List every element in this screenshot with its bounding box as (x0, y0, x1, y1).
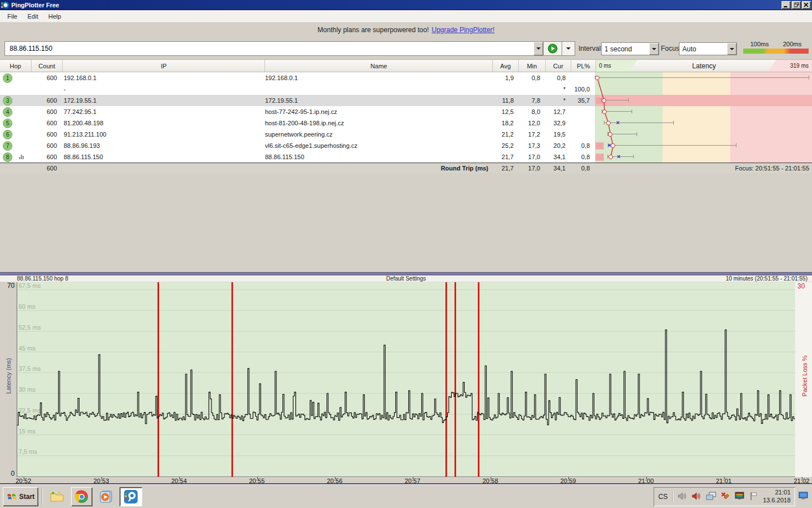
taskbar-pingplotter-button[interactable] (120, 487, 142, 506)
tray-time: 21:01 (763, 489, 791, 496)
hop-row-5[interactable]: 560081.200.48.198host-81-200-48-198.ip.n… (0, 117, 812, 129)
focus-dropdown-icon[interactable] (727, 43, 736, 55)
show-desktop-icon[interactable] (798, 492, 809, 501)
chrome-icon (75, 490, 89, 503)
latency-graph-cell[interactable]: × (595, 140, 812, 151)
speaker-icon[interactable] (692, 492, 701, 502)
col-avg[interactable]: Avg (493, 60, 519, 72)
svg-text:15 ms: 15 ms (19, 428, 36, 435)
cur-cell: 0,8 (545, 72, 571, 84)
alert-tool-icon[interactable] (721, 492, 730, 502)
menu-help[interactable]: Help (43, 11, 67, 21)
min-cell (519, 84, 545, 95)
network-icon[interactable] (706, 492, 716, 502)
col-ip[interactable]: IP (63, 60, 265, 72)
packet-loss-marker (595, 154, 604, 161)
cur-cell: 34,1 (545, 151, 571, 163)
timeline-plot[interactable]: Latency (ms) Packet Loss % 7,5 ms15 ms22… (0, 282, 812, 477)
minimize-button[interactable] (782, 1, 791, 9)
latency-timeline-chart[interactable]: 7,5 ms15 ms22,5 ms30 ms37,5 ms45 ms52,5 … (0, 282, 812, 477)
quick-launch-media-player[interactable] (95, 487, 117, 506)
col-name[interactable]: Name (265, 60, 493, 72)
target-dropdown-icon[interactable] (533, 42, 543, 55)
start-button[interactable]: Start (3, 487, 38, 506)
col-min[interactable]: Min (519, 60, 546, 72)
svg-text:52,5 ms: 52,5 ms (19, 324, 41, 331)
hop-number-cell (0, 84, 31, 95)
play-icon (548, 43, 558, 54)
col-hop[interactable]: Hop (0, 60, 32, 72)
latency-graph-cell[interactable]: × (595, 106, 812, 117)
count-cell: 600 (31, 117, 62, 129)
ip-cell: 88.86.96.193 (62, 140, 265, 151)
timeline-range[interactable]: 10 minutes (20:51:55 - 21:01:55) (726, 275, 807, 282)
cur-cell: * (545, 84, 571, 95)
hop-row-1[interactable]: 1600192.168.0.1192.168.0.11,90,80,8× (0, 72, 812, 84)
ip-cell: 81.200.48.198 (62, 117, 265, 129)
time-tick-label: 20:55 (249, 478, 265, 484)
ip-cell: 91.213.211.100 (62, 129, 265, 140)
min-max-range (597, 76, 809, 80)
menu-file[interactable]: File (2, 11, 23, 21)
min-cell: 17,3 (519, 140, 545, 151)
display-icon[interactable] (735, 492, 745, 502)
svg-text:30 ms: 30 ms (19, 386, 36, 393)
window-title: PingPlotter Free (11, 2, 780, 8)
tray-clock[interactable]: 21:01 13.6.2018 (763, 489, 791, 503)
col-count[interactable]: Count (32, 60, 63, 72)
hop-badge: 7 (3, 141, 12, 151)
quick-launch-chrome[interactable] (71, 487, 92, 506)
windows-logo-icon (7, 492, 17, 501)
hop-row-6[interactable]: 660091.213.211.100supernetwork.peering.c… (0, 129, 812, 140)
target-combobox[interactable] (5, 41, 544, 56)
time-tick-label: 20:52 (16, 478, 32, 484)
timeline-settings[interactable]: Default Settings (0, 275, 812, 282)
timeline-header: 88.86.115.150 hop 8 Default Settings 10 … (0, 275, 812, 282)
hop-number-cell: 3 (0, 95, 31, 106)
tray-date: 13.6.2018 (763, 497, 791, 504)
avg-cell: 21,7 (493, 151, 519, 163)
language-indicator[interactable]: CS (658, 493, 668, 501)
col-cur[interactable]: Cur (546, 60, 572, 72)
min-cell: 12,0 (519, 117, 545, 129)
trace-table-body: 1600192.168.0.1192.168.0.11,90,80,8×-*10… (0, 72, 812, 163)
latency-graph-cell[interactable] (595, 95, 812, 106)
close-button[interactable] (802, 1, 811, 9)
count-cell: 600 (31, 140, 62, 151)
interval-dropdown-icon[interactable] (649, 43, 659, 55)
hop-number-cell: 4 (0, 106, 31, 117)
start-trace-button[interactable] (543, 41, 562, 56)
hop-row-2[interactable]: -*100,0 (0, 84, 812, 95)
taskbar-separator (42, 488, 43, 505)
min-max-range (608, 143, 737, 147)
target-input[interactable] (8, 44, 533, 53)
latency-graph-cell[interactable] (595, 84, 812, 95)
latency-color-legend: 100ms 200ms (743, 41, 809, 54)
time-tick-label: 20:53 (94, 478, 109, 484)
quick-launch-folder[interactable] (46, 487, 69, 506)
count-cell (31, 84, 62, 95)
latency-graph-cell[interactable]: × (595, 129, 812, 140)
hop-row-8[interactable]: 860088.86.115.15088.86.115.15021,717,034… (0, 151, 812, 163)
trace-options-dropdown[interactable] (562, 41, 575, 56)
flag-icon[interactable] (749, 492, 758, 502)
summary-cur: 34,1 (545, 163, 571, 173)
col-latency[interactable]: 0 ms Latency 319 ms (596, 60, 812, 72)
latency-graph-cell[interactable]: × (595, 72, 812, 84)
upgrade-link[interactable]: Upgrade PingPlotter! (432, 26, 495, 34)
current-latency-marker: × (617, 153, 620, 160)
summary-count: 600 (31, 163, 62, 173)
col-pl[interactable]: PL% (571, 60, 596, 72)
upgrade-banner: Monthly plans are superpowered too! Upgr… (0, 23, 812, 37)
restore-button[interactable] (792, 1, 801, 9)
interval-select[interactable]: 1 second (601, 42, 659, 55)
min-max-range (604, 121, 673, 125)
hop-row-4[interactable]: 460077.242.95.1host-77-242-95-1.ip.nej.c… (0, 106, 812, 117)
speaker-muted-icon[interactable] (678, 492, 687, 502)
latency-graph-cell[interactable]: × (595, 117, 812, 129)
focus-select[interactable]: Auto (679, 42, 737, 55)
hop-row-3[interactable]: 3600172.19.55.1172.19.55.111,87,8*35,7 (0, 95, 812, 106)
menu-edit[interactable]: Edit (23, 11, 43, 21)
hop-row-7[interactable]: 760088.86.96.193vl6.sit-c65-edge1.superh… (0, 140, 812, 151)
latency-graph-cell[interactable]: × (595, 151, 812, 163)
